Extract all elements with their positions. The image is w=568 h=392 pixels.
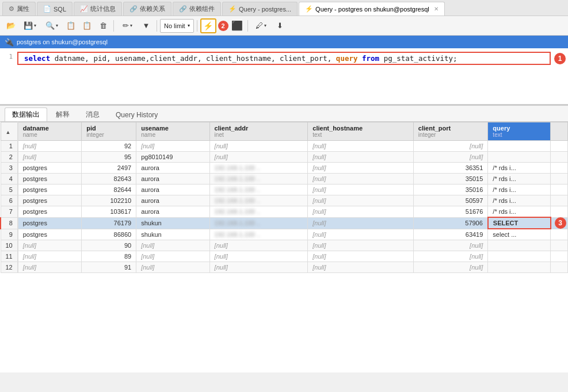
cell-pid[interactable]: 91 <box>82 262 136 273</box>
table-row[interactable]: 5postgres82644aurora192.168.1.100 ..[nul… <box>1 185 568 195</box>
cell-client-port[interactable]: [null] <box>413 240 488 251</box>
cell-client-addr[interactable]: [null] <box>209 240 308 251</box>
download-button[interactable]: ⬇ <box>273 19 288 33</box>
cell-query[interactable] <box>488 262 551 273</box>
table-row[interactable]: 9postgres86860shukun192.168.1.100 ..[nul… <box>1 229 568 240</box>
cell-datname[interactable]: postgres <box>18 206 82 218</box>
cell-pid[interactable]: 102210 <box>82 195 136 206</box>
cell-pid[interactable]: 89 <box>82 251 136 262</box>
cell-client-port[interactable]: 57906 <box>413 217 488 229</box>
cell-usename[interactable]: [null] <box>136 251 209 262</box>
tab-dep-components[interactable]: 🔗 依赖组件 <box>173 2 221 16</box>
cell-query[interactable]: /* rds i... <box>488 195 551 206</box>
row-number[interactable]: 6 <box>1 195 18 206</box>
cell-query[interactable]: select ... <box>488 229 551 240</box>
row-number[interactable]: 3 <box>1 163 18 174</box>
cell-client-addr[interactable]: 192.168.1.100 .. <box>209 206 308 218</box>
table-row[interactable]: 7postgres103617aurora192.168.1.100 ..[nu… <box>1 206 568 218</box>
cell-client-port[interactable]: [null] <box>413 152 488 163</box>
format-dropdown[interactable]: 🖊 ▾ <box>251 19 272 33</box>
row-number[interactable]: 4 <box>1 174 18 185</box>
cell-query[interactable] <box>488 141 551 152</box>
table-row[interactable]: 11[null]89[null][null][null][null] <box>1 251 568 262</box>
paste-button[interactable]: 📋 <box>79 19 94 33</box>
table-row[interactable]: 12[null]91[null][null][null][null] <box>1 262 568 273</box>
cell-pid[interactable]: 76179 <box>82 217 136 229</box>
tab-sql[interactable]: 📄 SQL <box>37 2 73 16</box>
search-dropdown[interactable]: 🔍 ▾ <box>41 19 62 33</box>
cell-client-addr[interactable]: [null] <box>209 262 308 273</box>
col-client-hostname[interactable]: client_hostname text <box>308 122 414 141</box>
cell-datname[interactable]: [null] <box>18 141 82 152</box>
limit-dropdown[interactable]: No limit ▾ <box>160 19 194 33</box>
row-number[interactable]: 5 <box>1 185 18 195</box>
tab-query2[interactable]: ⚡ Query - postgres on shukun@postgresql … <box>299 2 445 16</box>
col-query[interactable]: query text <box>488 122 551 141</box>
cell-client-hostname[interactable]: [null] <box>308 217 414 229</box>
table-row[interactable]: 1[null]92[null][null][null][null] <box>1 141 568 152</box>
cell-client-port[interactable]: 35016 <box>413 185 488 195</box>
cell-client-addr[interactable]: 192.168.1.100 .. <box>209 195 308 206</box>
cell-usename[interactable]: aurora <box>136 174 209 185</box>
open-button[interactable]: 📂 <box>3 19 18 33</box>
cell-query[interactable] <box>488 251 551 262</box>
row-number[interactable]: 1 <box>1 141 18 152</box>
cell-query[interactable]: /* rds i... <box>488 185 551 195</box>
col-client-addr[interactable]: client_addr inet <box>209 122 308 141</box>
table-row[interactable]: 10[null]90[null][null][null][null] <box>1 240 568 251</box>
cell-usename[interactable]: [null] <box>136 141 209 152</box>
cell-pid[interactable]: 103617 <box>82 206 136 218</box>
cell-client-hostname[interactable]: [null] <box>308 251 414 262</box>
cell-client-port[interactable]: 51676 <box>413 206 488 218</box>
col-pid[interactable]: pid integer <box>82 122 136 141</box>
col-usename[interactable]: usename name <box>136 122 209 141</box>
cell-datname[interactable]: postgres <box>18 195 82 206</box>
row-number[interactable]: 12 <box>1 262 18 273</box>
cell-query[interactable] <box>488 152 551 163</box>
cell-client-port[interactable]: 35015 <box>413 174 488 185</box>
cell-usename[interactable]: shukun <box>136 217 209 229</box>
row-number[interactable]: 7 <box>1 206 18 218</box>
cell-client-hostname[interactable]: [null] <box>308 229 414 240</box>
row-number[interactable]: 10 <box>1 240 18 251</box>
cell-client-addr[interactable]: 192.168.1.100 .. <box>209 217 308 229</box>
cell-client-hostname[interactable]: [null] <box>308 141 414 152</box>
tab-deps[interactable]: 🔗 依赖关系 <box>123 2 171 16</box>
close-tab-icon[interactable]: ✕ <box>434 6 439 12</box>
cell-client-hostname[interactable]: [null] <box>308 174 414 185</box>
cell-datname[interactable]: [null] <box>18 251 82 262</box>
cell-client-addr[interactable]: 192.168.1.100 .. <box>209 185 308 195</box>
cell-client-port[interactable]: [null] <box>413 262 488 273</box>
cell-usename[interactable]: pg8010149 <box>136 152 209 163</box>
cell-client-hostname[interactable]: [null] <box>308 262 414 273</box>
cell-usename[interactable]: [null] <box>136 262 209 273</box>
cell-query[interactable]: /* rds i... <box>488 163 551 174</box>
cell-datname[interactable]: [null] <box>18 152 82 163</box>
cell-query[interactable]: /* rds i... <box>488 174 551 185</box>
cell-pid[interactable]: 82644 <box>82 185 136 195</box>
save-dropdown[interactable]: 💾 ▾ <box>20 19 40 33</box>
delete-button[interactable]: 🗑 <box>96 19 110 33</box>
cell-usename[interactable]: aurora <box>136 195 209 206</box>
cell-usename[interactable]: aurora <box>136 163 209 174</box>
edit-dropdown[interactable]: ✏ ▾ <box>117 19 138 33</box>
cell-client-addr[interactable]: 192.168.1.100 .. <box>209 229 308 240</box>
cell-pid[interactable]: 95 <box>82 152 136 163</box>
cell-client-port[interactable]: 36351 <box>413 163 488 174</box>
col-client-port[interactable]: client_port integer <box>413 122 488 141</box>
cell-datname[interactable]: postgres <box>18 163 82 174</box>
cell-datname[interactable]: postgres <box>18 174 82 185</box>
row-number[interactable]: 2 <box>1 152 18 163</box>
table-row[interactable]: 4postgres82643aurora192.168.1.100 ..[nul… <box>1 174 568 185</box>
tab-output[interactable]: 数据输出 <box>5 107 47 121</box>
cell-client-hostname[interactable]: [null] <box>308 163 414 174</box>
cell-pid[interactable]: 86860 <box>82 229 136 240</box>
tab-stats[interactable]: 📈 统计信息 <box>74 2 122 16</box>
cell-usename[interactable]: aurora <box>136 206 209 218</box>
cell-client-addr[interactable]: [null] <box>209 251 308 262</box>
cell-datname[interactable]: postgres <box>18 217 82 229</box>
sql-content[interactable]: select datname, pid, usename,client_addr… <box>22 53 460 64</box>
cell-usename[interactable]: [null] <box>136 240 209 251</box>
cell-query[interactable]: SELECT3 <box>488 217 551 229</box>
table-row[interactable]: 8postgres76179shukun192.168.1.100 ..[nul… <box>1 217 568 229</box>
